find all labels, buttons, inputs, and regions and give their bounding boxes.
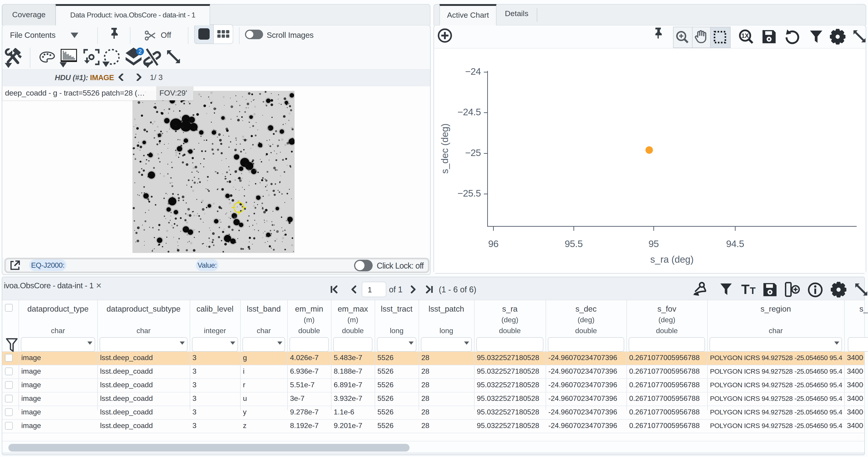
svg-text:s_dec (deg): s_dec (deg) (439, 123, 450, 174)
svg-text:T: T (750, 285, 756, 296)
svg-text:T: T (741, 282, 750, 297)
svg-text:1X: 1X (741, 32, 749, 39)
